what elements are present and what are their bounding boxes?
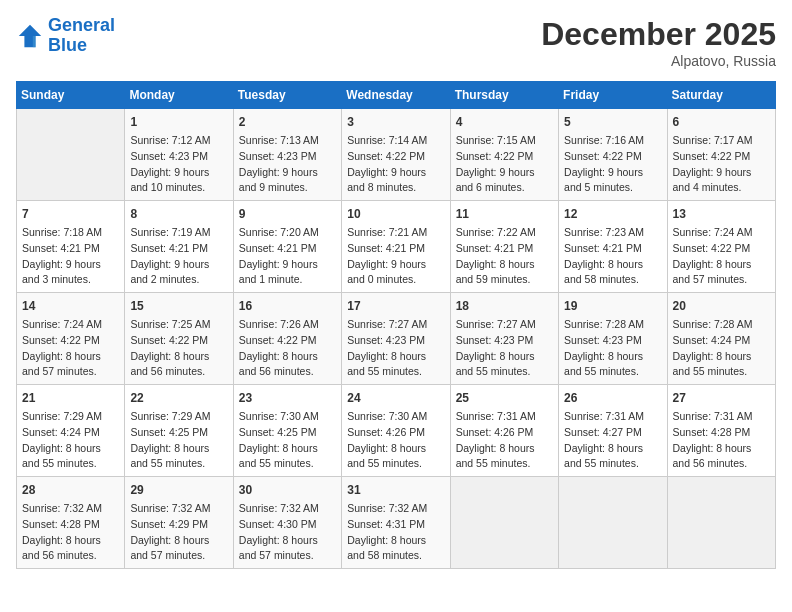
calendar-table: SundayMondayTuesdayWednesdayThursdayFrid… <box>16 81 776 569</box>
calendar-cell <box>450 477 558 569</box>
calendar-cell: 24Sunrise: 7:30 AMSunset: 4:26 PMDayligh… <box>342 385 450 477</box>
calendar-cell: 6Sunrise: 7:17 AMSunset: 4:22 PMDaylight… <box>667 109 775 201</box>
day-info: Sunrise: 7:32 AMSunset: 4:31 PMDaylight:… <box>347 501 444 564</box>
day-number: 26 <box>564 389 661 407</box>
weekday-header-wednesday: Wednesday <box>342 82 450 109</box>
day-number: 9 <box>239 205 336 223</box>
calendar-week-1: 1Sunrise: 7:12 AMSunset: 4:23 PMDaylight… <box>17 109 776 201</box>
calendar-cell: 18Sunrise: 7:27 AMSunset: 4:23 PMDayligh… <box>450 293 558 385</box>
day-number: 31 <box>347 481 444 499</box>
day-number: 10 <box>347 205 444 223</box>
calendar-cell: 15Sunrise: 7:25 AMSunset: 4:22 PMDayligh… <box>125 293 233 385</box>
calendar-cell: 20Sunrise: 7:28 AMSunset: 4:24 PMDayligh… <box>667 293 775 385</box>
calendar-cell: 28Sunrise: 7:32 AMSunset: 4:28 PMDayligh… <box>17 477 125 569</box>
calendar-cell: 19Sunrise: 7:28 AMSunset: 4:23 PMDayligh… <box>559 293 667 385</box>
day-info: Sunrise: 7:28 AMSunset: 4:24 PMDaylight:… <box>673 317 770 380</box>
day-info: Sunrise: 7:31 AMSunset: 4:26 PMDaylight:… <box>456 409 553 472</box>
day-number: 23 <box>239 389 336 407</box>
day-info: Sunrise: 7:32 AMSunset: 4:29 PMDaylight:… <box>130 501 227 564</box>
day-info: Sunrise: 7:28 AMSunset: 4:23 PMDaylight:… <box>564 317 661 380</box>
day-number: 16 <box>239 297 336 315</box>
calendar-cell: 23Sunrise: 7:30 AMSunset: 4:25 PMDayligh… <box>233 385 341 477</box>
day-info: Sunrise: 7:24 AMSunset: 4:22 PMDaylight:… <box>673 225 770 288</box>
calendar-cell <box>559 477 667 569</box>
calendar-cell: 27Sunrise: 7:31 AMSunset: 4:28 PMDayligh… <box>667 385 775 477</box>
day-number: 29 <box>130 481 227 499</box>
day-info: Sunrise: 7:30 AMSunset: 4:25 PMDaylight:… <box>239 409 336 472</box>
day-number: 25 <box>456 389 553 407</box>
calendar-cell: 26Sunrise: 7:31 AMSunset: 4:27 PMDayligh… <box>559 385 667 477</box>
calendar-week-5: 28Sunrise: 7:32 AMSunset: 4:28 PMDayligh… <box>17 477 776 569</box>
day-info: Sunrise: 7:32 AMSunset: 4:30 PMDaylight:… <box>239 501 336 564</box>
calendar-cell: 29Sunrise: 7:32 AMSunset: 4:29 PMDayligh… <box>125 477 233 569</box>
calendar-cell: 2Sunrise: 7:13 AMSunset: 4:23 PMDaylight… <box>233 109 341 201</box>
day-info: Sunrise: 7:23 AMSunset: 4:21 PMDaylight:… <box>564 225 661 288</box>
day-info: Sunrise: 7:18 AMSunset: 4:21 PMDaylight:… <box>22 225 119 288</box>
weekday-header-friday: Friday <box>559 82 667 109</box>
day-info: Sunrise: 7:32 AMSunset: 4:28 PMDaylight:… <box>22 501 119 564</box>
calendar-cell: 12Sunrise: 7:23 AMSunset: 4:21 PMDayligh… <box>559 201 667 293</box>
calendar-cell: 31Sunrise: 7:32 AMSunset: 4:31 PMDayligh… <box>342 477 450 569</box>
day-info: Sunrise: 7:25 AMSunset: 4:22 PMDaylight:… <box>130 317 227 380</box>
day-number: 6 <box>673 113 770 131</box>
day-info: Sunrise: 7:27 AMSunset: 4:23 PMDaylight:… <box>347 317 444 380</box>
weekday-header-thursday: Thursday <box>450 82 558 109</box>
calendar-week-4: 21Sunrise: 7:29 AMSunset: 4:24 PMDayligh… <box>17 385 776 477</box>
day-number: 12 <box>564 205 661 223</box>
day-number: 1 <box>130 113 227 131</box>
day-number: 30 <box>239 481 336 499</box>
day-info: Sunrise: 7:15 AMSunset: 4:22 PMDaylight:… <box>456 133 553 196</box>
calendar-cell <box>667 477 775 569</box>
day-number: 5 <box>564 113 661 131</box>
calendar-cell: 21Sunrise: 7:29 AMSunset: 4:24 PMDayligh… <box>17 385 125 477</box>
calendar-week-2: 7Sunrise: 7:18 AMSunset: 4:21 PMDaylight… <box>17 201 776 293</box>
day-number: 20 <box>673 297 770 315</box>
day-number: 2 <box>239 113 336 131</box>
day-info: Sunrise: 7:21 AMSunset: 4:21 PMDaylight:… <box>347 225 444 288</box>
svg-marker-0 <box>19 25 41 47</box>
page-header: General Blue December 2025 Alpatovo, Rus… <box>16 16 776 69</box>
day-number: 8 <box>130 205 227 223</box>
day-number: 11 <box>456 205 553 223</box>
day-info: Sunrise: 7:22 AMSunset: 4:21 PMDaylight:… <box>456 225 553 288</box>
day-info: Sunrise: 7:17 AMSunset: 4:22 PMDaylight:… <box>673 133 770 196</box>
calendar-cell: 14Sunrise: 7:24 AMSunset: 4:22 PMDayligh… <box>17 293 125 385</box>
day-info: Sunrise: 7:13 AMSunset: 4:23 PMDaylight:… <box>239 133 336 196</box>
calendar-body: 1Sunrise: 7:12 AMSunset: 4:23 PMDaylight… <box>17 109 776 569</box>
calendar-cell: 9Sunrise: 7:20 AMSunset: 4:21 PMDaylight… <box>233 201 341 293</box>
calendar-cell: 5Sunrise: 7:16 AMSunset: 4:22 PMDaylight… <box>559 109 667 201</box>
logo: General Blue <box>16 16 115 56</box>
day-number: 22 <box>130 389 227 407</box>
day-info: Sunrise: 7:12 AMSunset: 4:23 PMDaylight:… <box>130 133 227 196</box>
day-number: 4 <box>456 113 553 131</box>
calendar-cell: 16Sunrise: 7:26 AMSunset: 4:22 PMDayligh… <box>233 293 341 385</box>
calendar-header: SundayMondayTuesdayWednesdayThursdayFrid… <box>17 82 776 109</box>
day-info: Sunrise: 7:30 AMSunset: 4:26 PMDaylight:… <box>347 409 444 472</box>
logo-text: General Blue <box>48 16 115 56</box>
month-title: December 2025 <box>541 16 776 53</box>
title-block: December 2025 Alpatovo, Russia <box>541 16 776 69</box>
location: Alpatovo, Russia <box>541 53 776 69</box>
calendar-cell: 3Sunrise: 7:14 AMSunset: 4:22 PMDaylight… <box>342 109 450 201</box>
day-number: 27 <box>673 389 770 407</box>
calendar-cell: 13Sunrise: 7:24 AMSunset: 4:22 PMDayligh… <box>667 201 775 293</box>
day-info: Sunrise: 7:29 AMSunset: 4:24 PMDaylight:… <box>22 409 119 472</box>
day-info: Sunrise: 7:24 AMSunset: 4:22 PMDaylight:… <box>22 317 119 380</box>
calendar-cell: 30Sunrise: 7:32 AMSunset: 4:30 PMDayligh… <box>233 477 341 569</box>
day-number: 28 <box>22 481 119 499</box>
calendar-cell: 7Sunrise: 7:18 AMSunset: 4:21 PMDaylight… <box>17 201 125 293</box>
weekday-header-monday: Monday <box>125 82 233 109</box>
day-number: 7 <box>22 205 119 223</box>
day-info: Sunrise: 7:19 AMSunset: 4:21 PMDaylight:… <box>130 225 227 288</box>
logo-icon <box>16 22 44 50</box>
calendar-cell: 8Sunrise: 7:19 AMSunset: 4:21 PMDaylight… <box>125 201 233 293</box>
day-info: Sunrise: 7:16 AMSunset: 4:22 PMDaylight:… <box>564 133 661 196</box>
day-info: Sunrise: 7:26 AMSunset: 4:22 PMDaylight:… <box>239 317 336 380</box>
calendar-cell: 4Sunrise: 7:15 AMSunset: 4:22 PMDaylight… <box>450 109 558 201</box>
day-number: 17 <box>347 297 444 315</box>
day-number: 18 <box>456 297 553 315</box>
weekday-header-tuesday: Tuesday <box>233 82 341 109</box>
day-info: Sunrise: 7:31 AMSunset: 4:28 PMDaylight:… <box>673 409 770 472</box>
weekday-row: SundayMondayTuesdayWednesdayThursdayFrid… <box>17 82 776 109</box>
day-number: 14 <box>22 297 119 315</box>
